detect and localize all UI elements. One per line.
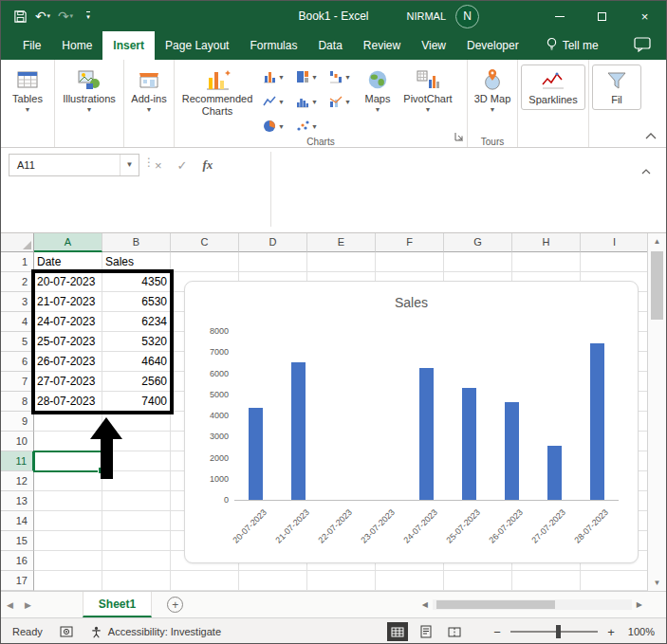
column-header-b[interactable]: B xyxy=(102,233,171,252)
enter-icon[interactable]: ✓ xyxy=(177,158,188,173)
cell-B17[interactable] xyxy=(102,571,171,591)
page-layout-view-button[interactable] xyxy=(416,622,436,641)
tab-page-layout[interactable]: Page Layout xyxy=(155,31,239,60)
row-header-1[interactable]: 1 xyxy=(1,252,34,272)
insert-line-chart-button[interactable]: ▼ xyxy=(257,95,290,108)
zoom-in-button[interactable]: + xyxy=(605,625,617,639)
chart-bar-25-07-2023[interactable] xyxy=(462,388,476,500)
tab-review[interactable]: Review xyxy=(353,31,411,60)
cell-A14[interactable] xyxy=(34,511,102,531)
insert-pie-chart-button[interactable]: ▼ xyxy=(257,120,290,133)
row-header-13[interactable]: 13 xyxy=(1,491,34,511)
tab-home[interactable]: Home xyxy=(51,31,102,60)
horizontal-scrollbar[interactable]: ◀ ▶ xyxy=(417,592,647,617)
vertical-scrollbar[interactable]: ▲ ▼ xyxy=(647,233,666,591)
cell-G1[interactable] xyxy=(444,252,512,272)
chart-bar-21-07-2023[interactable] xyxy=(291,362,306,500)
cell-I17[interactable] xyxy=(581,571,649,591)
zoom-slider-handle[interactable] xyxy=(556,625,561,638)
sheet-tab-sheet1[interactable]: Sheet1 xyxy=(83,592,152,617)
cell-B14[interactable] xyxy=(102,511,171,531)
normal-view-button[interactable] xyxy=(387,622,408,641)
cell-B13[interactable] xyxy=(102,491,171,511)
tell-me[interactable]: Tell me xyxy=(547,31,599,60)
row-header-12[interactable]: 12 xyxy=(1,471,34,491)
minimize-button[interactable] xyxy=(538,1,581,31)
zoom-level[interactable]: 100% xyxy=(624,626,655,637)
zoom-out-button[interactable]: − xyxy=(491,625,503,639)
column-header-h[interactable]: H xyxy=(512,233,581,252)
row-header-2[interactable]: 2 xyxy=(1,272,34,292)
tab-view[interactable]: View xyxy=(411,31,456,60)
cancel-icon[interactable]: × xyxy=(155,158,162,173)
chart-title[interactable]: Sales xyxy=(185,295,638,310)
column-header-f[interactable]: F xyxy=(376,233,444,252)
insert-scatter-chart-button[interactable]: ▼ xyxy=(290,120,324,133)
formula-input[interactable] xyxy=(270,152,657,227)
new-sheet-button[interactable]: + xyxy=(167,597,183,613)
tables-button[interactable]: Tables ▼ xyxy=(4,63,51,114)
3d-map-button[interactable]: 3D Map ▼ xyxy=(471,63,514,114)
scroll-up-icon[interactable]: ▲ xyxy=(648,233,666,249)
tab-developer[interactable]: Developer xyxy=(456,31,529,60)
collapse-formula-bar-icon[interactable] xyxy=(641,161,651,178)
save-icon[interactable] xyxy=(10,5,29,28)
row-header-9[interactable]: 9 xyxy=(1,412,34,432)
column-header-c[interactable]: C xyxy=(171,233,239,252)
cell-H1[interactable] xyxy=(512,252,581,272)
embedded-chart[interactable]: Sales 0100020003000400050006000700080002… xyxy=(184,281,639,563)
chart-bar-26-07-2023[interactable] xyxy=(505,402,519,500)
chart-bar-28-07-2023[interactable] xyxy=(590,343,604,500)
comments-button[interactable] xyxy=(634,31,666,60)
user-name[interactable]: NIRMAL xyxy=(406,10,446,22)
cell-A13[interactable] xyxy=(34,491,102,511)
row-header-7[interactable]: 7 xyxy=(1,372,34,392)
row-header-5[interactable]: 5 xyxy=(1,332,34,352)
column-header-e[interactable]: E xyxy=(307,233,376,252)
redo-icon[interactable]: ↷▾ xyxy=(56,5,75,28)
select-all-corner[interactable] xyxy=(1,233,34,252)
horizontal-scroll-track[interactable] xyxy=(433,599,632,610)
scroll-down-icon[interactable]: ▼ xyxy=(648,575,666,591)
row-header-15[interactable]: 15 xyxy=(1,531,34,551)
vertical-scroll-thumb[interactable] xyxy=(651,251,663,320)
macro-record-icon[interactable] xyxy=(60,626,73,637)
cell-I1[interactable] xyxy=(581,252,649,272)
tab-data[interactable]: Data xyxy=(307,31,352,60)
horizontal-scroll-thumb[interactable] xyxy=(436,600,555,609)
pivotchart-button[interactable]: PivotChart ▼ xyxy=(398,63,457,114)
chart-bar-24-07-2023[interactable] xyxy=(419,368,434,500)
sparklines-button[interactable]: Sparklines xyxy=(521,64,585,110)
tab-formulas[interactable]: Formulas xyxy=(239,31,307,60)
column-header-a[interactable]: A xyxy=(34,233,102,252)
row-header-11[interactable]: 11 xyxy=(1,451,34,471)
row-header-17[interactable]: 17 xyxy=(1,571,34,591)
row-header-14[interactable]: 14 xyxy=(1,511,34,531)
insert-hierarchy-chart-button[interactable]: ▼ xyxy=(290,70,324,83)
cell-B15[interactable] xyxy=(102,531,171,551)
undo-icon[interactable]: ↶▾ xyxy=(33,5,52,28)
filters-button[interactable]: Fil xyxy=(592,64,641,110)
cell-A16[interactable] xyxy=(34,551,102,571)
maximize-button[interactable] xyxy=(581,1,623,31)
row-header-3[interactable]: 3 xyxy=(1,292,34,312)
row-header-10[interactable]: 10 xyxy=(1,432,34,451)
row-header-16[interactable]: 16 xyxy=(1,551,34,571)
column-header-d[interactable]: D xyxy=(239,233,307,252)
name-box-caret-icon[interactable]: ▼ xyxy=(120,155,139,175)
tab-file[interactable]: File xyxy=(12,31,51,60)
addins-button[interactable]: Add-ins ▼ xyxy=(127,63,171,114)
insert-function-icon[interactable]: fx xyxy=(203,157,213,173)
chart-bar-27-07-2023[interactable] xyxy=(547,446,562,500)
zoom-slider[interactable] xyxy=(510,631,598,633)
maps-button[interactable]: Maps ▼ xyxy=(357,63,398,114)
scroll-right-icon[interactable]: ▶ xyxy=(632,600,647,609)
insert-statistic-chart-button[interactable]: ▼ xyxy=(290,95,324,108)
cell-B16[interactable] xyxy=(102,551,171,571)
customize-qat-icon[interactable]: ▾ xyxy=(79,5,98,28)
cell-E1[interactable] xyxy=(307,252,376,272)
cell-C1[interactable] xyxy=(171,252,239,272)
column-header-g[interactable]: G xyxy=(444,233,512,252)
insert-combo-chart-button[interactable]: ▼ xyxy=(324,95,357,108)
page-break-view-button[interactable] xyxy=(444,622,465,641)
